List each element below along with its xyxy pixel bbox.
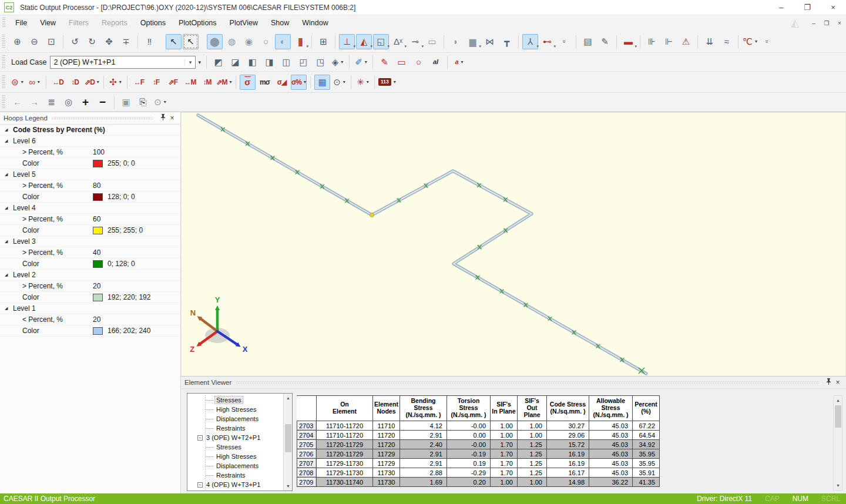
collapse-arrow-icon[interactable]: ◢ <box>5 206 11 210</box>
insulation-toggle-icon[interactable]: ▬ <box>620 34 636 49</box>
color-swatch[interactable] <box>93 294 103 301</box>
zoom-table-icon[interactable]: ⊙ <box>331 75 347 90</box>
close-panel-icon[interactable]: × <box>833 378 842 387</box>
axes-toggle-icon[interactable]: ⅄ <box>522 34 538 49</box>
table-row[interactable]: 2704 11710-11720 11720 2.91 0.00 1.00 1.… <box>297 431 660 440</box>
table-row[interactable]: 2708 11729-11730 11730 2.88 -0.29 1.70 1… <box>297 468 660 478</box>
tree-item[interactable]: High Stresses <box>187 452 283 461</box>
rubber-band-select-icon[interactable]: ↖ <box>183 34 199 49</box>
annotate-circle-icon[interactable]: ○ <box>411 55 427 70</box>
close-button-icon[interactable]: × <box>820 0 846 15</box>
minimize-button-icon[interactable]: – <box>768 0 794 15</box>
column-header[interactable]: Allowable Stress (N./sq.mm. ) <box>589 395 633 421</box>
tree-scrollbar[interactable]: ▲ ▼ <box>283 394 292 490</box>
node-flag-icon[interactable]: 113 <box>378 75 396 90</box>
tree-item[interactable]: Stresses <box>187 395 283 405</box>
save-icon[interactable]: ▣ <box>118 95 134 110</box>
add-icon[interactable]: + <box>78 95 93 110</box>
view-right-icon[interactable]: ◨ <box>261 55 277 70</box>
menu-item[interactable]: PlotView <box>223 19 264 27</box>
render-wireframe-icon[interactable]: ◍ <box>224 34 240 49</box>
node-numbers-icon[interactable]: Δˣ <box>390 34 406 49</box>
node-ruler-icon[interactable]: ⊪ <box>644 34 660 49</box>
displacement-z-icon[interactable]: ⇗D <box>84 75 100 90</box>
moment-z-icon[interactable]: ⇗M <box>216 75 232 90</box>
uniform-loads-icon[interactable]: ⇊ <box>701 34 717 49</box>
restraints-toggle-icon[interactable]: ⊥ <box>339 34 355 49</box>
column-header[interactable]: Torsion Stress (N./sq.mm. ) <box>447 395 491 421</box>
panel-drag-texture[interactable] <box>52 117 153 120</box>
column-header[interactable]: On Element <box>317 395 373 421</box>
zoom-out-icon[interactable]: ⊖ <box>26 34 42 49</box>
row-id[interactable]: 2709 <box>297 478 317 487</box>
color-swatch[interactable] <box>93 193 103 201</box>
event-burst-icon[interactable]: ✳ <box>355 75 371 90</box>
color-swatch[interactable] <box>93 260 103 268</box>
menu-item[interactable]: Filters <box>62 19 95 27</box>
column-header[interactable]: Bending Stress (N./sq.mm. ) <box>400 395 447 421</box>
scroll-up-icon[interactable]: ▲ <box>834 396 842 405</box>
animated-deflection-icon[interactable]: ∞ <box>26 75 42 90</box>
zoom-extents-icon[interactable]: ⊕ <box>9 34 25 49</box>
tree-item[interactable]: − 3 (OPE) W+T2+P1 <box>187 433 283 442</box>
annotate-leader-icon[interactable]: a <box>451 55 467 70</box>
collapse-box-icon[interactable]: − <box>197 435 203 441</box>
displacement-y-icon[interactable]: ↕D <box>67 75 83 90</box>
tree-item[interactable]: Restraints <box>187 471 283 480</box>
row-id[interactable]: 2708 <box>297 468 317 478</box>
pin-icon[interactable] <box>158 114 167 122</box>
stress-color-bars-icon[interactable]: ||| <box>292 34 308 49</box>
max-stress-icon[interactable]: mσ <box>257 75 273 90</box>
row-id[interactable]: 2703 <box>297 421 317 431</box>
annotate-text-icon[interactable]: aI <box>428 55 444 70</box>
view-orientation-icon[interactable]: ◈ <box>330 55 345 70</box>
tree-item[interactable]: − 4 (OPE) W+T3+P1 <box>187 480 283 489</box>
overflow-chevron-icon[interactable]: » <box>759 34 775 49</box>
load-case-caret-icon[interactable]: ▾ <box>184 59 195 65</box>
anchors-toggle-icon[interactable]: ◭ <box>356 34 372 49</box>
dimension-icon[interactable]: ⊩ <box>661 34 677 49</box>
load-case-select[interactable]: 2 (OPE) W+T1+P1 ▾ <box>50 56 196 69</box>
row-id[interactable]: 2704 <box>297 431 317 440</box>
back-icon[interactable]: ← <box>9 95 25 110</box>
view-iso-se-icon[interactable]: ◪ <box>227 55 243 70</box>
equipment-warning-icon[interactable]: ⚠ <box>678 34 694 49</box>
table-row[interactable]: 2705 11720-11729 11720 2.40 -0.00 1.70 1… <box>297 440 660 449</box>
color-swatch[interactable] <box>93 160 103 167</box>
tree-item[interactable]: High Stresses <box>187 405 283 414</box>
collapse-arrow-icon[interactable]: ◢ <box>5 127 11 132</box>
view-top-icon[interactable]: ◰ <box>296 55 311 70</box>
hangers-toggle-icon[interactable]: ⊸ <box>407 34 423 49</box>
close-panel-icon[interactable]: × <box>167 114 177 122</box>
panel-drag-texture[interactable] <box>236 381 819 384</box>
orbit-icon[interactable]: ↻ <box>84 34 100 49</box>
find-icon[interactable]: ◎ <box>61 95 76 110</box>
temperature-icon[interactable]: ℃ <box>742 34 758 49</box>
table-row[interactable]: 2703 11710-11720 11710 4.12 -0.00 1.00 1… <box>297 421 660 431</box>
node-increment-icon[interactable]: ⊷ <box>539 34 555 49</box>
grid-toggle-icon[interactable]: ▦ <box>314 75 330 90</box>
annotate-rectangle-icon[interactable]: ▭ <box>394 55 409 70</box>
column-header[interactable]: Code Stress (N./sq.mm. ) <box>547 395 589 421</box>
report-icon[interactable]: ≣ <box>43 95 59 110</box>
moment-y-icon[interactable]: ↕M <box>199 75 215 90</box>
table-row[interactable]: 2707 11729-11730 11729 2.91 0.19 1.70 1.… <box>297 459 660 468</box>
highlight-pen-icon[interactable]: ✐ <box>353 55 369 70</box>
menu-item[interactable]: PlotOptions <box>172 19 223 27</box>
annotation-report-icon[interactable]: ✎ <box>597 34 613 49</box>
column-header[interactable]: Percent (%) <box>633 395 660 421</box>
menu-item[interactable]: Window <box>296 19 334 27</box>
collapse-arrow-icon[interactable]: ◢ <box>5 172 11 177</box>
print-preview-icon[interactable]: ⊙ <box>152 95 168 110</box>
toolbox-icon[interactable]: ▤ <box>580 34 596 49</box>
row-id[interactable]: 2706 <box>297 449 317 459</box>
view-front-icon[interactable]: ◫ <box>278 55 294 70</box>
rigids-toggle-icon[interactable]: ▆ <box>465 34 481 49</box>
scroll-down-icon[interactable]: ▼ <box>834 481 842 490</box>
column-header[interactable]: SIF's In Plane <box>491 395 518 421</box>
mdi-close-icon[interactable]: × <box>833 18 846 28</box>
mdi-restore-icon[interactable]: ❐ <box>820 18 833 28</box>
valves-toggle-icon[interactable]: ◗ <box>448 34 464 49</box>
scroll-up-icon[interactable]: ▲ <box>284 394 293 402</box>
column-header[interactable]: SIF's Out Plane <box>518 395 547 421</box>
